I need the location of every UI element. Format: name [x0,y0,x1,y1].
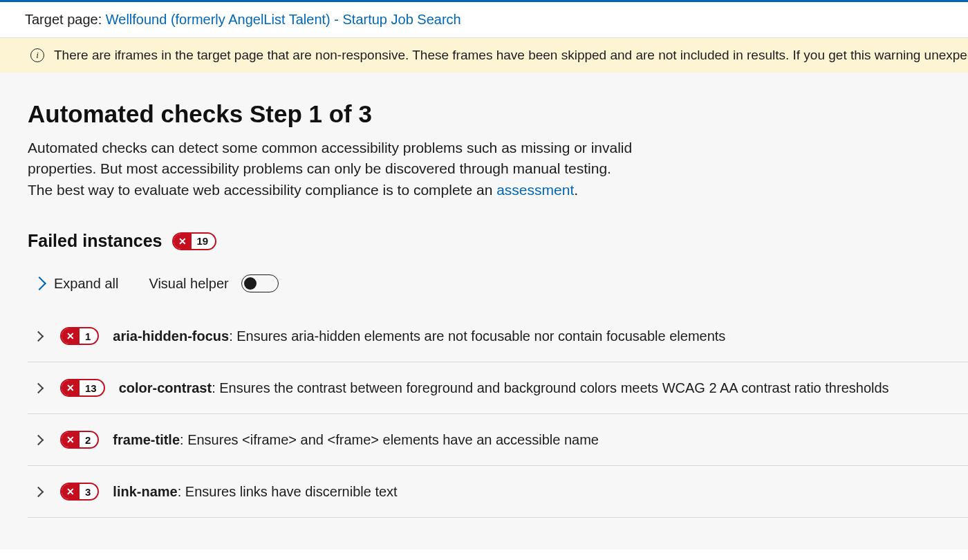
rule-name: aria-hidden-focus [113,328,229,344]
rule-desc: : Ensures aria-hidden elements are not f… [229,328,725,344]
rule-item[interactable]: ✕1aria-hidden-focus: Ensures aria-hidden… [28,310,968,362]
rule-count-badge: ✕3 [60,483,99,501]
controls-row: Expand all Visual helper [28,274,968,292]
description-text-end: . [574,182,578,198]
failed-instances-label: Failed instances [28,231,162,251]
rule-count-badge: ✕1 [60,327,99,345]
rule-item[interactable]: ✕2frame-title: Ensures <iframe> and <fra… [28,414,968,466]
rule-count-badge: ✕2 [60,431,99,449]
rule-item[interactable]: ✕13color-contrast: Ensures the contrast … [28,362,968,414]
chevron-right-icon [33,331,44,342]
rule-desc: : Ensures <iframe> and <frame> elements … [180,432,599,447]
rule-name: frame-title [113,432,180,447]
rule-desc: : Ensures the contrast between foregroun… [212,380,888,395]
expand-all-button[interactable]: Expand all [35,276,118,292]
rule-count: 3 [80,486,97,498]
warning-text: There are iframes in the target page tha… [54,48,968,63]
warning-banner: i There are iframes in the target page t… [0,38,968,73]
failed-total-count: 19 [192,235,216,247]
info-icon: i [30,48,44,62]
failed-instances-header: Failed instances ✕ 19 [28,231,968,251]
x-icon: ✕ [62,432,80,447]
expand-all-label: Expand all [54,276,118,292]
rule-count-badge: ✕13 [60,379,105,397]
target-page-bar: Target page: Wellfound (formerly AngelLi… [0,2,968,38]
rule-count: 13 [80,382,104,394]
failed-total-badge: ✕ 19 [172,232,217,250]
visual-helper-label: Visual helper [149,276,228,292]
main-content: Automated checks Step 1 of 3 Automated c… [0,73,968,550]
x-icon: ✕ [62,380,80,395]
rule-text: link-name: Ensures links have discernibl… [113,484,397,500]
page-description: Automated checks can detect some common … [28,138,636,200]
visual-helper-toggle[interactable] [241,274,279,292]
x-icon: ✕ [174,234,192,249]
chevron-right-icon [33,383,44,394]
visual-helper-control: Visual helper [149,274,278,292]
x-icon: ✕ [62,484,80,499]
rule-name: link-name [113,484,177,499]
rule-desc: : Ensures links have discernible text [178,484,398,499]
page-title: Automated checks Step 1 of 3 [28,100,968,128]
rule-name: color-contrast [119,380,212,395]
rule-item[interactable]: ✕3link-name: Ensures links have discerni… [28,466,968,518]
rule-text: color-contrast: Ensures the contrast bet… [119,380,889,396]
toggle-knob [244,277,257,290]
target-page-label: Target page: [25,12,106,27]
rule-text: frame-title: Ensures <iframe> and <frame… [113,432,599,448]
x-icon: ✕ [62,328,80,344]
rule-list: ✕1aria-hidden-focus: Ensures aria-hidden… [28,310,968,518]
assessment-link[interactable]: assessment [496,182,574,198]
rule-text: aria-hidden-focus: Ensures aria-hidden e… [113,328,725,344]
chevron-right-icon [33,435,44,446]
chevron-right-icon [33,487,44,498]
rule-count: 2 [80,434,97,446]
chevron-right-icon [32,277,46,290]
rule-count: 1 [80,330,97,342]
target-page-link[interactable]: Wellfound (formerly AngelList Talent) - … [106,12,461,27]
